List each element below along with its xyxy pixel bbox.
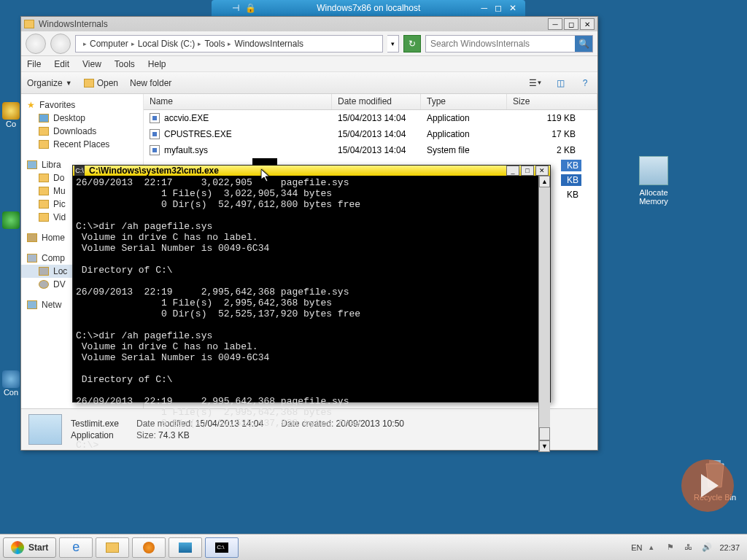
cmd-titlebar[interactable]: C:\ C:\Windows\system32\cmd.exe _ □ ✕ (73, 166, 550, 176)
sidebar-item-recent[interactable]: Recent Places (21, 138, 143, 151)
column-headers: Name Date modified Type Size (144, 94, 597, 110)
cmd-output[interactable]: 26/09/2013 22:17 3,022,905 pagefile.sys … (73, 176, 538, 452)
col-name[interactable]: Name (144, 94, 332, 109)
menu-bar: File Edit View Tools Help (21, 56, 597, 72)
menu-tools[interactable]: Tools (115, 59, 135, 69)
action-center-icon[interactable]: ⚑ (667, 542, 677, 553)
address-bar: ▸Computer ▸Local Disk (C:) ▸Tools ▸Windo… (21, 31, 597, 56)
menu-file[interactable]: File (27, 59, 41, 69)
volume-icon[interactable]: 🔊 (702, 542, 712, 553)
folder-icon (39, 127, 49, 136)
cmd-title: C:\Windows\system32\cmd.exe (89, 166, 505, 176)
taskbar: Start e C:\ EN ▴ ⚑ 🖧 🔊 22:37 (0, 534, 747, 560)
file-row[interactable]: accvio.EXE 15/04/2013 14:04 Application … (144, 110, 597, 126)
scroll-down-button[interactable]: ▼ (539, 440, 550, 452)
taskbar-ie[interactable]: e (59, 537, 93, 558)
cmd-window: C:\ C:\Windows\system32\cmd.exe _ □ ✕ 26… (72, 165, 551, 402)
search-input[interactable] (426, 36, 575, 52)
desktop-icon (39, 114, 49, 122)
system-tray: EN ▴ ⚑ 🖧 🔊 22:37 (631, 542, 744, 553)
preview-pane-button[interactable]: ◫ (554, 77, 567, 90)
new-folder-button[interactable]: New folder (130, 78, 171, 88)
pin-icon[interactable]: ⊣ (232, 3, 239, 13)
open-icon (84, 79, 94, 88)
cmd-close-button[interactable]: ✕ (535, 166, 549, 176)
help-button[interactable]: ? (578, 77, 592, 90)
windows-orb-icon (11, 541, 24, 554)
menu-view[interactable]: View (82, 59, 101, 69)
vm-minimize-button[interactable]: ─ (481, 3, 487, 13)
start-button[interactable]: Start (3, 537, 56, 558)
cmd-maximize-button[interactable]: □ (521, 166, 534, 176)
network-icon[interactable]: 🖧 (684, 542, 694, 553)
media-player-icon (143, 542, 155, 553)
explorer-titlebar[interactable]: WindowsInternals ─ ◻ ✕ (21, 17, 597, 31)
vm-close-button[interactable]: ✕ (509, 3, 516, 13)
toolbar: Organize ▼ Open New folder ☰ ▼ ◫ ? (21, 72, 597, 94)
file-row[interactable]: myfault.sys 15/04/2013 14:04 System file… (144, 142, 597, 158)
play-icon (701, 474, 719, 497)
nav-back-button[interactable] (26, 34, 46, 54)
lock-icon[interactable]: 🔒 (245, 3, 256, 13)
file-row[interactable]: CPUSTRES.EXE 15/04/2013 14:04 Applicatio… (144, 126, 597, 142)
taskbar-app[interactable] (169, 537, 202, 558)
taskbar-media-player[interactable] (132, 537, 166, 558)
exe-icon (150, 129, 160, 139)
menu-edit[interactable]: Edit (54, 59, 69, 69)
network-icon (27, 300, 37, 309)
star-icon: ★ (27, 100, 35, 110)
vm-titlebar: ⊣ 🔒 Windows7x86 on localhost ─ ◻ ✕ (212, 0, 525, 16)
cmd-icon: C:\ (74, 166, 85, 176)
computer-icon (27, 254, 37, 262)
maximize-button[interactable]: ◻ (564, 18, 578, 30)
organize-button[interactable]: Organize ▼ (27, 78, 72, 88)
taskbar-explorer[interactable] (96, 537, 129, 558)
refresh-button[interactable]: ↻ (403, 35, 421, 52)
col-type[interactable]: Type (421, 94, 507, 109)
language-indicator[interactable]: EN (631, 543, 642, 552)
sidebar-item-desktop[interactable]: Desktop (21, 112, 143, 125)
close-button[interactable]: ✕ (580, 18, 595, 30)
search-box: 🔍 (425, 35, 593, 52)
search-button[interactable]: 🔍 (575, 36, 592, 52)
open-button[interactable]: Open (84, 78, 118, 88)
homegroup-icon (27, 233, 37, 242)
menu-help[interactable]: Help (148, 59, 166, 69)
app-icon (179, 542, 192, 553)
exe-icon (150, 113, 160, 123)
window-title: WindowsInternals (39, 19, 546, 29)
libraries-icon (27, 160, 37, 169)
desktop-left-icons: Co Con (1, 102, 20, 397)
sys-icon (150, 145, 160, 155)
ie-icon: e (72, 540, 80, 555)
vm-maximize-button[interactable]: ◻ (495, 3, 502, 13)
col-date[interactable]: Date modified (332, 94, 421, 109)
dvd-icon (39, 280, 49, 289)
folder-icon (106, 542, 119, 553)
play-overlay-button[interactable] (681, 459, 734, 512)
folder-icon (39, 140, 49, 149)
taskbar-cmd[interactable]: C:\ (205, 537, 239, 558)
pictures-icon (39, 200, 49, 209)
view-options-button[interactable]: ☰ ▼ (529, 77, 542, 90)
disk-icon (39, 267, 49, 276)
app-icon (639, 156, 668, 185)
breadcrumb[interactable]: ▸Computer ▸Local Disk (C:) ▸Tools ▸Windo… (75, 35, 383, 52)
scroll-up-button[interactable]: ▲ (539, 176, 550, 187)
breadcrumb-dropdown[interactable]: ▾ (387, 35, 399, 52)
col-size[interactable]: Size (507, 94, 597, 109)
documents-icon (39, 174, 49, 182)
clock[interactable]: 22:37 (719, 543, 740, 552)
sidebar-favorites[interactable]: ★Favorites (21, 98, 143, 112)
scroll-thumb[interactable] (539, 427, 550, 440)
sidebar-item-downloads[interactable]: Downloads (21, 125, 143, 138)
nav-forward-button[interactable] (50, 34, 71, 54)
cmd-icon: C:\ (215, 542, 228, 553)
cmd-tab-stub (252, 158, 277, 166)
cmd-scrollbar[interactable]: ▲ ▼ (538, 176, 550, 452)
cmd-minimize-button[interactable]: _ (506, 166, 519, 176)
tray-chevron-icon[interactable]: ▴ (649, 542, 659, 553)
desktop-icon-allocate-memory[interactable]: Allocate Memory (627, 156, 680, 206)
minimize-button[interactable]: ─ (548, 18, 562, 30)
folder-icon (24, 20, 34, 28)
